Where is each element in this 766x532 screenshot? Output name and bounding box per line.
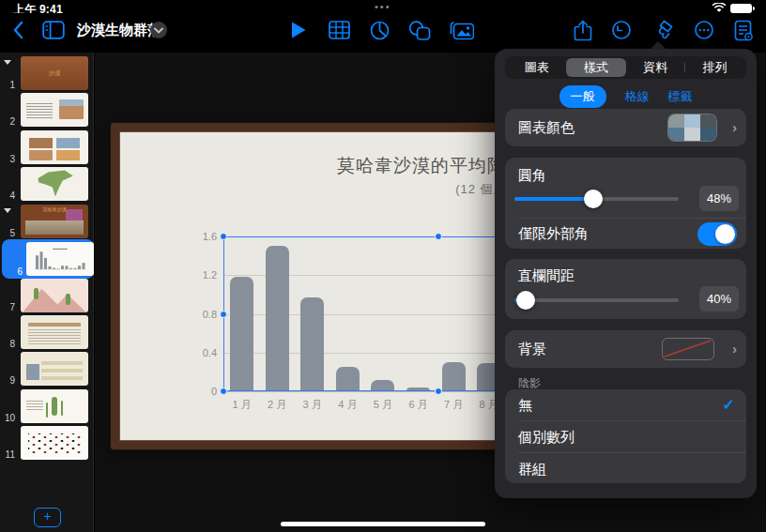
slide-preview [21,426,88,460]
y-axis-tick: 0 [179,386,217,397]
divider [518,218,746,219]
home-indicator[interactable] [281,522,485,526]
x-axis-tick: 3 月 [294,398,331,412]
disclosure-triangle-icon[interactable] [4,208,11,213]
subtab-gridlines[interactable]: 格線 [625,88,650,105]
more-button[interactable] [688,13,720,47]
corner-radius-label: 圓角 [518,167,546,185]
share-button[interactable] [567,13,599,47]
column-gap-label: 直欄間距 [518,267,574,285]
background-row[interactable]: 背景 › [505,330,746,368]
selection-handle[interactable] [220,388,227,395]
chart-button[interactable] [363,13,395,47]
x-axis-tick: 5 月 [364,398,402,412]
color-swatch [668,128,684,141]
y-axis-tick: 0.8 [179,309,217,320]
x-axis-tick: 1 月 [223,398,261,412]
slide-thumbnail-5[interactable]: 5莫哈韋沙漠 [0,205,94,240]
column-gap-group: 直欄間距 40% [505,259,746,319]
slide-preview [21,315,88,349]
slide-preview: ▂▂▂▂▂ [26,242,94,276]
document-title[interactable]: 沙漠生物群落 [77,22,161,39]
slide-navigator: 1沙漠2345莫哈韋沙漠6▂▂▂▂▂7891011 + [0,53,94,532]
slider-thumb[interactable] [584,190,603,208]
slide-preview [21,352,88,386]
slide-thumbnail-9[interactable]: 9 [0,352,94,388]
color-swatch [684,114,700,128]
tab-data[interactable]: 資料 [626,58,685,77]
chart-colors-label: 圖表顏色 [518,119,574,137]
style-subtabs: 一般 格線 標籤 [495,85,757,108]
color-swatch [684,128,700,141]
format-panel: 圖表 樣式 資料 排列 一般 格線 標籤 圖表顏色 › 圓角 48% 僅限外部角… [495,49,757,498]
y-axis-tick: 1.2 [179,269,217,281]
x-axis-tick: 4 月 [329,398,366,412]
slide-preview: 莫哈韋沙漠 [21,205,88,238]
slider-thumb[interactable] [516,291,535,310]
media-button[interactable] [446,13,478,47]
slide-preview [21,130,88,164]
slide-preview: 沙漠 [21,56,88,90]
no-fill-swatch[interactable] [662,338,714,360]
subtab-general[interactable]: 一般 [559,85,606,108]
color-swatch [700,114,716,128]
slide-thumbnail-11[interactable]: 11 [0,426,94,462]
y-axis-tick: 1.6 [179,231,217,242]
shadow-option-group[interactable]: 群組 [505,453,746,484]
chart-color-swatches[interactable] [668,114,716,141]
toggle-knob [715,224,735,244]
status-bar: 上午 9:41 ••• [0,0,766,13]
slide-thumbnail-4[interactable]: 4 [0,167,94,203]
shadow-option-none[interactable]: 無 ✓ [505,389,746,420]
svg-text:▂▂▂▂▂: ▂▂▂▂▂ [52,245,68,250]
selection-handle[interactable] [435,388,442,395]
multitask-dots-icon: ••• [375,1,391,12]
undo-button[interactable] [605,13,637,47]
slides-view-button[interactable] [38,13,69,47]
selection-handle[interactable] [220,311,227,318]
x-axis-tick: 6 月 [400,398,437,412]
background-label: 背景 [518,341,546,358]
color-swatch [700,128,716,141]
slide-preview [21,93,88,127]
corner-radius-slider[interactable] [514,197,679,201]
corner-radius-group: 圓角 48% 僅限外部角 [505,158,746,249]
outer-corners-label: 僅限外部角 [518,225,589,243]
x-axis-tick: 2 月 [258,398,296,412]
selection-handle[interactable] [220,233,227,240]
play-button[interactable] [283,13,314,47]
slide-preview [21,279,88,312]
slide-thumbnail-6[interactable]: 6▂▂▂▂▂ [2,239,94,279]
chevron-right-icon: › [732,341,737,357]
slide-thumbnail-1[interactable]: 1沙漠 [0,56,94,92]
chart-colors-row[interactable]: 圖表顏色 › [505,109,746,146]
back-button[interactable] [2,13,34,47]
tab-chart[interactable]: 圖表 [507,58,566,77]
x-axis-tick: 7 月 [435,398,472,412]
add-slide-button[interactable]: + [34,508,61,527]
disclosure-triangle-icon[interactable] [4,60,11,65]
color-swatch [668,114,684,128]
presenter-notes-button[interactable] [728,13,759,47]
shadow-option-individual[interactable]: 個別數列 [505,421,746,452]
tab-arrange[interactable]: 排列 [685,58,744,77]
table-button[interactable] [323,13,355,47]
slide-thumbnail-10[interactable]: 10 [0,389,94,425]
column-gap-slider[interactable] [514,298,679,302]
format-tabs: 圖表 樣式 資料 排列 [505,56,746,79]
slide-thumbnail-3[interactable]: 3 [0,130,94,166]
slide-thumbnail-8[interactable]: 8 [0,315,94,351]
column-gap-value: 40% [699,286,739,312]
subtab-labels[interactable]: 標籤 [668,88,693,105]
outer-corners-toggle[interactable] [697,222,737,246]
slide-thumbnail-2[interactable]: 2 [0,93,94,129]
shapes-button[interactable] [404,13,436,47]
wifi-icon [712,3,727,13]
slide-preview [21,389,88,423]
tab-style[interactable]: 樣式 [566,58,625,77]
chevron-right-icon: › [732,119,737,135]
slide-thumbnail-7[interactable]: 7 [0,279,94,314]
title-chevron-icon[interactable] [150,22,167,38]
shadow-options-group: 無 ✓ 個別數列 群組 [505,389,746,483]
selection-handle[interactable] [435,233,442,240]
